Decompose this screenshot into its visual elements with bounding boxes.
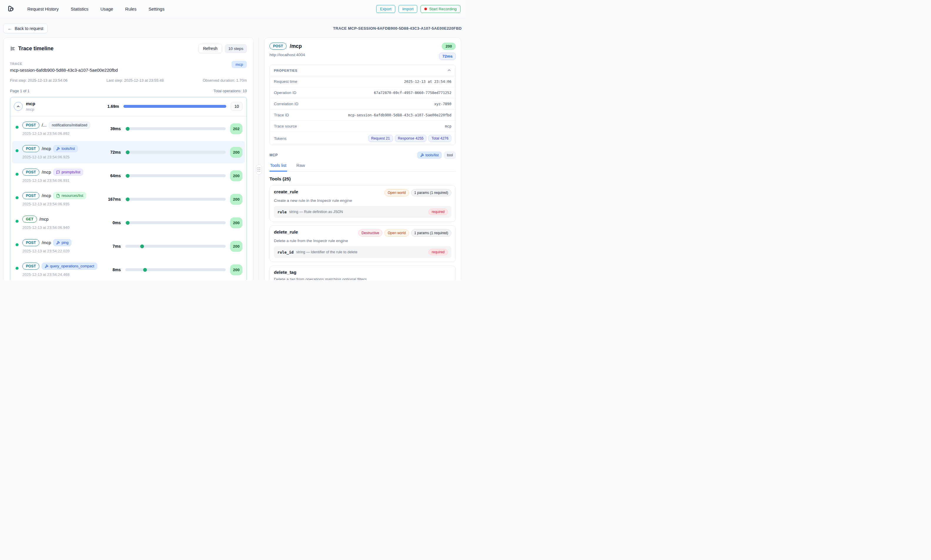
operation-tag-label: ping	[62, 241, 68, 245]
nav-item-statistics[interactable]: Statistics	[71, 6, 88, 11]
duration-label: 0ms	[103, 220, 121, 225]
timestamp: 2025-12-13 at 23:54:06.925	[22, 155, 78, 159]
panel-resize-handle[interactable]	[254, 38, 264, 280]
property-label: Operation ID	[274, 91, 297, 95]
trace-id: mcp-session-6afdb900-5d88-43c3-a107-5ae0…	[10, 68, 247, 72]
duration-marker-icon	[126, 174, 129, 178]
operation-tag-label: tools/list	[62, 147, 75, 151]
token-badge: Request 21	[368, 135, 393, 142]
tool-name: delete_rule	[274, 229, 298, 235]
app-logo-icon[interactable]	[5, 4, 15, 14]
timeline-row[interactable]: POST/mcpping2025-12-13 at 23:54:22.0207m…	[12, 235, 245, 257]
operation-detail-panel: POST /mcp http://localhost:4004 200 72ms…	[264, 38, 461, 280]
resource-file-icon	[56, 194, 60, 198]
tool-description: Delete a rule from the Inspectr rule eng…	[274, 238, 451, 243]
timeline-row[interactable]: POST/...notifications/initialized2025-12…	[12, 117, 245, 140]
tool-description: Create a new rule in the Inspectr rule e…	[274, 198, 451, 203]
operation-tag-badge: tools/list	[53, 145, 78, 152]
tool-name: delete_tag	[274, 270, 297, 275]
prompt-bubble-icon	[56, 171, 60, 174]
detail-latency-badge: 72ms	[439, 52, 456, 60]
status-code-badge: 200	[230, 194, 242, 205]
trace-meta-row: First step: 2025-12-13 at 23:54:06 Last …	[10, 78, 247, 83]
param-description: string — Rule definition as JSON	[289, 210, 343, 214]
timeline-row[interactable]: GET/mcp2025-12-13 at 23:54:06.9400ms200	[12, 212, 245, 234]
tool-hammer-icon	[56, 241, 60, 245]
top-navigation: Request HistoryStatisticsUsageRulesSetti…	[0, 0, 466, 18]
tool-badge-1: 1 params (1 required)	[411, 229, 451, 237]
timeline-box: mcp /mcp 1.69m 10 POST/...notifications/…	[10, 97, 247, 280]
page-indicator: Page 1 of 1	[10, 89, 30, 93]
duration-marker-icon	[126, 127, 129, 131]
nav-item-rules[interactable]: Rules	[125, 6, 136, 11]
group-name: mcp	[26, 101, 35, 106]
tool-hammer-icon	[56, 147, 60, 151]
property-row: Trace sourcemcp	[270, 121, 455, 132]
duration-track	[125, 245, 226, 248]
property-value: 2025-12-13 at 23:54:06	[404, 79, 451, 84]
tool-card-header: delete_ruleDestructiveOpen world1 params…	[274, 229, 451, 237]
method-badge: POST	[22, 145, 39, 152]
timeline-row[interactable]: POST/mcptools/list2025-12-13 at 23:54:06…	[12, 141, 245, 163]
tool-card: delete_ruleDestructiveOpen world1 params…	[269, 225, 456, 262]
method-badge: POST	[22, 169, 39, 176]
nav-item-request-history[interactable]: Request History	[27, 6, 59, 11]
back-to-request-label: Back to request	[15, 26, 43, 31]
collapse-group-button[interactable]	[14, 102, 23, 111]
timeline-row-info: POST/mcpresources/list2025-12-13 at 23:5…	[15, 192, 103, 206]
property-row-tokens: TokensRequest 21Response 4255Total 4276	[270, 132, 455, 145]
token-badge: Response 4255	[395, 135, 427, 142]
refresh-button[interactable]: Refresh	[199, 44, 222, 53]
nav-item-usage[interactable]: Usage	[100, 6, 113, 11]
panel-divider-line	[259, 38, 259, 280]
tool-badges: Open world1 params (1 required)	[385, 189, 451, 196]
property-value: mcp-session-6afdb900-5d88-43c3-a107-5ae0…	[348, 113, 451, 117]
request-path: /...	[42, 123, 46, 128]
tab-tools-list[interactable]: Tools list	[269, 163, 287, 172]
status-dot-icon	[15, 126, 18, 129]
status-code-badge: 200	[230, 147, 242, 158]
tool-param-row: rulestring — Rule definition as JSONrequ…	[274, 206, 451, 218]
status-dot-icon	[15, 149, 18, 152]
timeline-row-labels: POST/mcptools/list2025-12-13 at 23:54:06…	[22, 145, 78, 159]
duration-track	[125, 151, 226, 154]
duration-track	[125, 174, 226, 177]
property-row: Operation ID67a72870-69cf-4957-8660-7758…	[270, 87, 455, 98]
timeline-row[interactable]: POSTquery_operations_compact2025-12-13 a…	[12, 258, 245, 280]
request-path: /mcp	[42, 193, 51, 198]
operation-tag-badge: prompts/list	[53, 169, 83, 176]
status-code-badge: 202	[230, 123, 242, 134]
collapse-properties-button[interactable]	[447, 68, 451, 72]
request-path: /mcp	[42, 146, 51, 151]
drag-grip-icon[interactable]	[256, 165, 262, 174]
timeline-row-labels: GET/mcp2025-12-13 at 23:54:06.940	[22, 215, 69, 230]
duration-label: 72ms	[103, 150, 121, 155]
nav-item-settings[interactable]: Settings	[148, 6, 164, 11]
status-code-badge: 200	[230, 171, 242, 181]
duration-label: 7ms	[103, 244, 121, 249]
param-name: rule_id	[277, 250, 294, 254]
tool-badge-1: 1 params (1 required)	[411, 189, 451, 196]
property-value: 67a72870-69cf-4957-8660-7758ed771252	[374, 91, 451, 95]
duration-track	[125, 198, 226, 201]
back-to-request-button[interactable]: ← Back to request	[3, 23, 48, 33]
timeline-row-info: POSTquery_operations_compact2025-12-13 a…	[15, 263, 103, 277]
timeline-row[interactable]: POST/mcpprompts/list2025-12-13 at 23:54:…	[12, 165, 245, 187]
property-row: Trace IDmcp-session-6afdb900-5d88-43c3-a…	[270, 109, 455, 121]
property-row: Request time2025-12-13 at 23:54:06	[270, 76, 455, 87]
timeline-row[interactable]: POST/mcpresources/list2025-12-13 at 23:5…	[12, 188, 245, 210]
timeline-row-info: POST/mcpprompts/list2025-12-13 at 23:54:…	[15, 169, 103, 183]
mcp-label: MCP	[269, 153, 278, 157]
timeline-row-info: POST/mcptools/list2025-12-13 at 23:54:06…	[15, 145, 103, 159]
import-button[interactable]: Import	[399, 5, 417, 13]
first-step: First step: 2025-12-13 at 23:54:06	[10, 78, 68, 83]
timestamp: 2025-12-13 at 23:54:24.468	[22, 272, 97, 277]
operation-tag-badge: notifications/initialized	[49, 122, 90, 129]
duration-track	[125, 127, 226, 130]
export-button[interactable]: Export	[376, 5, 395, 13]
panel-title: Trace timeline	[18, 46, 54, 52]
tab-raw[interactable]: Raw	[296, 163, 306, 171]
method-badge: POST	[22, 263, 39, 270]
total-operations: Total operations: 10	[214, 89, 247, 93]
start-recording-button[interactable]: Start Recording	[420, 5, 460, 13]
